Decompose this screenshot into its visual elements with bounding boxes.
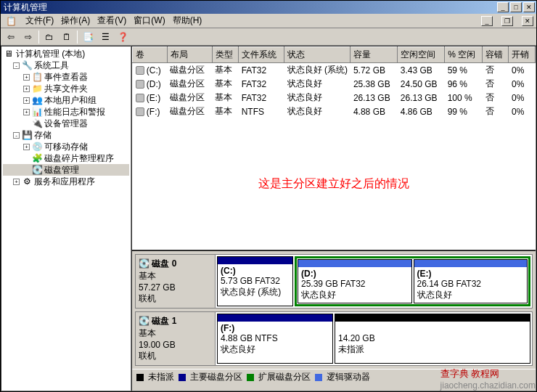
col-fault[interactable]: 容错 — [483, 47, 509, 63]
close-button[interactable]: ✕ — [523, 2, 535, 12]
menu-window[interactable]: 窗口(W) — [134, 15, 165, 27]
partition-c[interactable]: (C:) 5.73 GB FAT32 状态良好 (系统) — [217, 256, 293, 306]
tree-panel[interactable]: 🖥计算机管理 (本地) -🔧系统工具 +📋事件查看器 +📁共享文件夹 +👥本地用… — [1, 46, 131, 391]
tree-shared[interactable]: +📁共享文件夹 — [3, 83, 129, 94]
removable-icon: 💿 — [31, 141, 43, 152]
tree-devmgr[interactable]: 🔌设备管理器 — [3, 118, 129, 129]
event-icon: 📋 — [31, 71, 43, 83]
up-icon[interactable]: 🗀 — [42, 30, 57, 44]
titlebar: 计算机管理 _ □ ✕ — [1, 1, 536, 14]
folder-icon: 📁 — [31, 83, 43, 94]
col-status[interactable]: 状态 — [284, 47, 351, 63]
menu-help[interactable]: 帮助(H) — [173, 15, 202, 27]
defrag-icon: 🧩 — [31, 152, 43, 164]
partition-f[interactable]: (F:) 4.88 GB NTFS 状态良好 — [217, 314, 333, 364]
disk0-header[interactable]: 💽 磁盘 0 基本 57.27 GB 联机 — [136, 255, 216, 308]
col-vol[interactable]: 卷 — [133, 47, 168, 63]
tree-systools[interactable]: -🔧系统工具 — [3, 60, 129, 71]
col-fs[interactable]: 文件系统 — [239, 47, 284, 63]
watermark: 查字典 教程网 jiaocheng.chazidian.com — [439, 366, 537, 392]
expand-icon[interactable]: + — [23, 74, 30, 81]
mdi-restore-button[interactable]: ❐ — [501, 16, 513, 26]
disk-icon: 💽 — [31, 164, 43, 176]
partition-color-bar — [298, 260, 411, 267]
legend-box-extended — [247, 374, 254, 381]
forward-icon[interactable]: ⇨ — [21, 30, 36, 44]
table-row[interactable]: (D:)磁盘分区基本FAT32状态良好25.38 GB24.50 GB96 %否… — [133, 77, 536, 91]
expand-icon[interactable]: + — [23, 86, 30, 92]
table-header-row: 卷 布局 类型 文件系统 状态 容量 空闲空间 % 空闲 容错 开销 — [133, 47, 536, 63]
partition-e[interactable]: (E:) 26.14 GB FAT32 状态良好 — [414, 259, 528, 303]
tree-services[interactable]: +⚙服务和应用程序 — [3, 176, 129, 187]
window-title: 计算机管理 — [2, 1, 496, 14]
collapse-icon[interactable]: - — [13, 62, 20, 69]
legend-box-unalloc — [136, 374, 144, 381]
app-icon: 📋 — [4, 14, 18, 28]
table-row[interactable]: (F:)磁盘分区基本NTFS状态良好4.88 GB4.86 GB99 %否0% — [133, 105, 536, 118]
menu-file[interactable]: 文件(F) — [25, 15, 54, 27]
device-icon: 🔌 — [31, 118, 43, 129]
minimize-button[interactable]: _ — [497, 2, 509, 12]
col-type[interactable]: 类型 — [212, 47, 238, 63]
back-icon[interactable]: ⇦ — [4, 30, 18, 44]
partition-color-bar — [335, 314, 530, 322]
tree-localusers[interactable]: +👥本地用户和组 — [3, 94, 129, 106]
tree-defrag[interactable]: 🧩磁盘碎片整理程序 — [3, 152, 129, 164]
disk1-row[interactable]: 💽 磁盘 1 基本 19.00 GB 联机 (F:) 4.88 GB NTFS … — [135, 311, 533, 366]
col-overhead[interactable]: 开销 — [509, 47, 536, 63]
table-row[interactable]: (E:)磁盘分区基本FAT32状态良好26.13 GB26.13 GB100 %… — [133, 91, 536, 105]
properties-icon[interactable]: 📑 — [81, 30, 95, 44]
perf-icon: 📊 — [31, 106, 43, 118]
users-icon: 👥 — [31, 94, 43, 106]
computer-icon: 🖥 — [3, 48, 15, 60]
partition-d[interactable]: (D:) 25.39 GB FAT32 状态良好 — [298, 259, 412, 303]
services-icon: ⚙ — [21, 176, 33, 187]
extended-partition-wrap: (D:) 25.39 GB FAT32 状态良好 (E:) 26.14 GB F… — [295, 256, 530, 306]
col-free[interactable]: 空闲空间 — [398, 47, 445, 63]
tree-perflogs[interactable]: +📊性能日志和警报 — [3, 106, 129, 118]
volume-table: 卷 布局 类型 文件系统 状态 容量 空闲空间 % 空闲 容错 开销 (C:)磁… — [132, 46, 536, 118]
col-capacity[interactable]: 容量 — [351, 47, 398, 63]
menu-action[interactable]: 操作(A) — [61, 15, 90, 27]
tools-icon: 🔧 — [21, 60, 33, 71]
expand-icon[interactable]: + — [23, 97, 30, 104]
col-pctfree[interactable]: % 空闲 — [445, 47, 483, 63]
disk-icon: 💽 — [139, 316, 149, 326]
list-icon[interactable]: ☰ — [98, 30, 112, 44]
menu-view[interactable]: 查看(V) — [97, 15, 126, 27]
volume-icon — [136, 107, 144, 116]
volume-icon — [136, 80, 144, 89]
legend-box-logical — [315, 374, 322, 381]
disk0-row[interactable]: 💽 磁盘 0 基本 57.27 GB 联机 (C:) 5.73 GB FAT32… — [135, 254, 533, 309]
table-row[interactable]: (C:)磁盘分区基本FAT32状态良好 (系统)5.72 GB3.43 GB59… — [133, 63, 536, 78]
help-icon[interactable]: ❓ — [115, 30, 130, 44]
volume-icon — [136, 94, 144, 102]
tree-eventviewer[interactable]: +📋事件查看器 — [3, 71, 129, 83]
volume-icon — [136, 66, 144, 75]
col-layout[interactable]: 布局 — [167, 47, 212, 63]
toolbar: ⇦ ⇨ 🗀 🗒 📑 ☰ ❓ — [1, 28, 536, 46]
expand-icon[interactable]: + — [13, 179, 20, 185]
maximize-button[interactable]: □ — [510, 2, 522, 12]
partition-color-bar — [218, 257, 292, 264]
mdi-close-button[interactable]: ✕ — [522, 16, 533, 26]
separator — [77, 30, 78, 44]
disk1-header[interactable]: 💽 磁盘 1 基本 19.00 GB 联机 — [136, 312, 216, 365]
volume-list[interactable]: 卷 布局 类型 文件系统 状态 容量 空闲空间 % 空闲 容错 开销 (C:)磁… — [132, 46, 536, 250]
mdi-minimize-button[interactable]: _ — [481, 16, 493, 26]
legend-box-primary — [179, 374, 186, 381]
refresh-icon[interactable]: 🗒 — [60, 30, 74, 44]
menubar: 📋 文件(F) 操作(A) 查看(V) 窗口(W) 帮助(H) _ ❐ ✕ — [1, 14, 536, 28]
tree-root[interactable]: 🖥计算机管理 (本地) — [3, 48, 129, 60]
tree-storage[interactable]: -💾存储 — [3, 129, 129, 141]
disk-icon: 💽 — [139, 258, 149, 269]
collapse-icon[interactable]: - — [13, 132, 20, 139]
storage-icon: 💾 — [21, 129, 33, 141]
partition-unallocated[interactable]: 14.20 GB 未指派 — [335, 314, 530, 364]
tree-diskmgmt[interactable]: 💽磁盘管理 — [3, 164, 129, 176]
separator — [38, 30, 39, 44]
expand-icon[interactable]: + — [23, 109, 30, 115]
tree-removable[interactable]: +💿可移动存储 — [3, 141, 129, 152]
content-panel: 卷 布局 类型 文件系统 状态 容量 空闲空间 % 空闲 容错 开销 (C:)磁… — [131, 46, 536, 391]
expand-icon[interactable]: + — [23, 144, 30, 150]
